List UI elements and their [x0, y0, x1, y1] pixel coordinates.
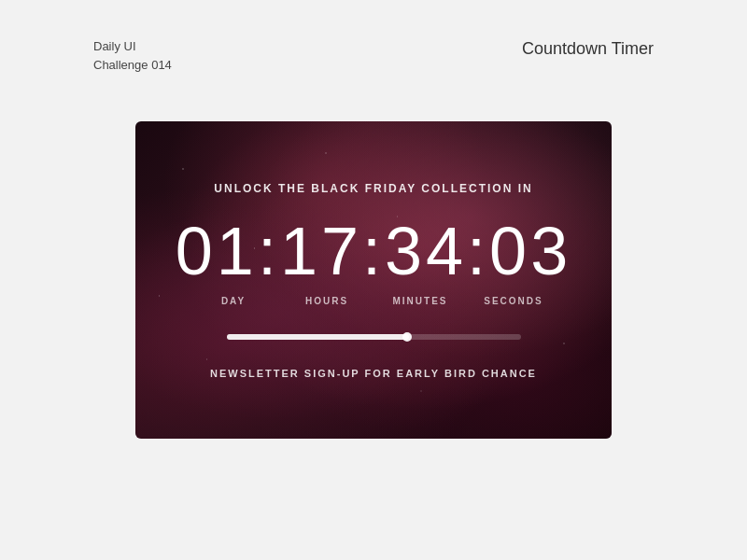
header: Daily UI Challenge 014 Countdown Timer	[0, 37, 747, 74]
countdown-labels: DAY HOURS MINUTES SECONDS	[163, 296, 584, 306]
countdown-display: 01:17:34:03	[176, 217, 571, 285]
progress-bar-container	[227, 334, 521, 340]
newsletter-text: NEWSLETTER SIGN-UP FOR EARLY BIRD CHANCE	[210, 368, 537, 379]
unlock-text: UNLOCK THE BLACK FRIDAY COLLECTION IN	[214, 182, 532, 195]
label-day: DAY	[187, 296, 280, 306]
challenge-label: Challenge 014	[93, 56, 172, 75]
page-title: Countdown Timer	[522, 37, 654, 59]
page-wrapper: Daily UI Challenge 014 Countdown Timer U…	[0, 0, 747, 560]
countdown-card: UNLOCK THE BLACK FRIDAY COLLECTION IN 01…	[135, 121, 612, 439]
label-minutes: MINUTES	[374, 296, 467, 306]
label-hours: HOURS	[280, 296, 374, 306]
header-left: Daily UI Challenge 014	[93, 37, 172, 74]
label-seconds: SECONDS	[467, 296, 560, 306]
card-content: UNLOCK THE BLACK FRIDAY COLLECTION IN 01…	[135, 182, 612, 379]
daily-ui-label: Daily UI	[93, 37, 172, 56]
progress-bar-fill	[227, 334, 409, 340]
